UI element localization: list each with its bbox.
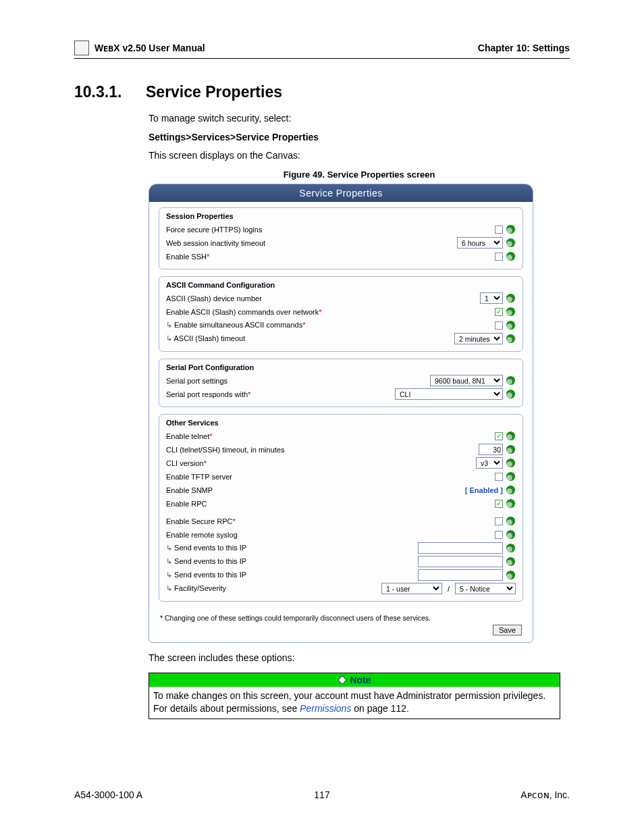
help-icon[interactable] [506,516,516,526]
send-ip-1-input[interactable] [418,542,503,554]
help-icon[interactable] [506,251,516,261]
snmp-label: Enable SNMP [166,486,461,494]
help-icon[interactable] [506,320,516,330]
help-icon[interactable] [506,529,516,540]
svg-point-5 [506,255,512,260]
svg-point-29 [506,502,512,507]
facility-select[interactable]: 1 - user [381,583,442,594]
help-icon[interactable] [506,570,516,580]
tftp-label: Enable TFTP server [166,473,491,481]
help-icon[interactable] [506,498,516,509]
ascii-net-checkbox[interactable]: ✓ [495,308,503,316]
svg-point-9 [506,310,512,315]
svg-point-23 [506,461,512,467]
note-body: To make changes on this screen, your acc… [149,687,560,719]
cli-version-select[interactable]: v3 [476,457,503,469]
help-icon[interactable] [506,431,516,441]
save-button[interactable]: Save [493,625,522,635]
svg-point-31 [506,519,512,525]
force-https-checkbox[interactable] [495,226,503,234]
syslog-checkbox[interactable] [495,531,503,539]
panel-title: Service Properties [149,184,533,202]
serial-responds-label: Serial port responds with* [166,390,391,398]
send-ip-2-label: Send events to this IP [166,557,414,566]
help-icon[interactable] [506,389,516,399]
help-icon[interactable] [506,556,516,567]
svg-point-17 [506,392,512,398]
help-icon[interactable] [506,444,516,454]
svg-point-3 [506,241,512,246]
syslog-label: Enable remote syslog [166,531,491,539]
group-session: Session Properties Force secure (HTTPS) … [159,207,523,269]
page-footer: A54-3000-100 A 117 Aᴘᴄᴏɴ, Inc. [74,789,570,800]
group-ascii-title: ASCII Command Configuration [166,281,516,289]
send-ip-1-label: Send events to this IP [166,544,414,552]
cli-timeout-label: CLI (telnet/SSH) timeout, in minutes [166,446,475,454]
help-icon[interactable] [506,307,516,317]
svg-point-39 [506,573,512,579]
display-text: This screen displays on the Canvas: [149,149,570,163]
note-header: Note [149,673,560,687]
rpc-label: Enable RPC [166,500,491,508]
snmp-status-link[interactable]: [ Enabled ] [465,486,503,494]
help-icon[interactable] [506,471,516,481]
help-icon[interactable] [506,375,516,386]
secure-rpc-checkbox[interactable] [495,517,503,525]
help-icon[interactable] [506,458,516,468]
send-ip-2-input[interactable] [418,556,503,567]
cli-timeout-input[interactable] [479,444,503,455]
help-icon[interactable] [506,543,516,553]
tftp-checkbox[interactable] [495,473,503,481]
section-number: 10.3.1. [74,83,128,101]
group-ascii: ASCII Command Configuration ASCII (Slash… [159,276,523,352]
page-header: WᴇʙX v2.50 User Manual Chapter 10: Setti… [74,41,570,59]
svg-point-27 [506,488,512,494]
ascii-simul-label: Enable simultaneous ASCII commands* [166,321,491,330]
svg-point-33 [506,533,512,538]
ascii-simul-checkbox[interactable] [495,321,503,330]
telnet-checkbox[interactable]: ✓ [495,432,503,440]
severity-select[interactable]: 5 - Notice [455,583,516,594]
svg-point-19 [506,434,512,440]
ascii-net-label: Enable ASCII (Slash) commands over netwo… [166,308,491,316]
enable-ssh-checkbox[interactable] [495,253,503,261]
help-icon[interactable] [506,238,516,248]
help-icon[interactable] [506,224,516,234]
telnet-label: Enable telnet* [166,432,491,440]
section-heading: 10.3.1. Service Properties [74,83,570,101]
group-other-title: Other Services [166,419,516,427]
cli-version-label: CLI version* [166,459,472,467]
svg-marker-40 [338,676,346,684]
chapter-title: Chapter 10: Settings [478,43,570,53]
ascii-timeout-select[interactable]: 2 minutes [454,333,503,344]
force-https-label: Force secure (HTTPS) logins [166,226,491,234]
svg-point-21 [506,448,512,453]
help-icon[interactable] [506,485,516,495]
serial-settings-select[interactable]: 9600 baud, 8N1 [430,375,503,386]
group-other: Other Services Enable telnet* ✓ CLI (tel… [159,414,523,602]
manual-title: WᴇʙX v2.50 User Manual [95,43,205,53]
options-intro: The screen includes these options: [149,652,570,663]
send-ip-3-input[interactable] [418,569,503,581]
svg-point-1 [506,228,512,233]
service-properties-screenshot: Service Properties Session Properties Fo… [149,184,533,643]
svg-point-35 [506,546,512,552]
svg-point-13 [506,337,512,342]
help-icon[interactable] [506,334,516,344]
note-box: Note To make changes on this screen, you… [149,673,560,719]
chip-icon [74,41,89,55]
note-title: Note [350,675,371,685]
ascii-timeout-label: ASCII (Slash) timeout [166,334,450,343]
svg-point-25 [506,475,512,480]
enable-ssh-label: Enable SSH* [166,253,491,261]
web-timeout-select[interactable]: 6 hours [457,237,503,249]
group-session-title: Session Properties [166,212,516,220]
help-icon[interactable] [506,293,516,303]
permissions-link[interactable]: Permissions [300,703,351,714]
breadcrumb: Settings>Services>Service Properties [149,131,570,145]
serial-responds-select[interactable]: CLI [395,388,503,400]
section-title: Service Properties [146,83,282,101]
ascii-device-select[interactable]: 1 [480,292,503,304]
rpc-checkbox[interactable]: ✓ [495,500,503,508]
group-serial: Serial Port Configuration Serial port se… [159,359,523,407]
